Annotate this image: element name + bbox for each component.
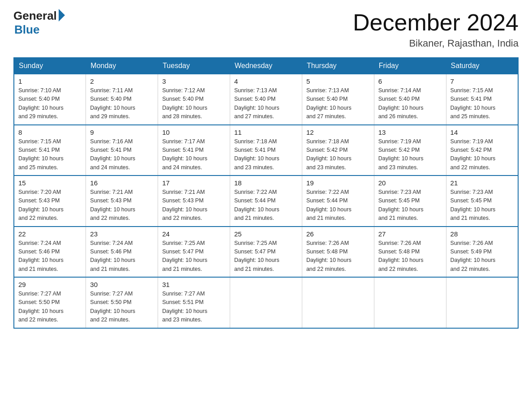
calendar-day-cell: 23 Sunrise: 7:24 AM Sunset: 5:46 PM Dayl… [86,227,158,278]
day-number: 25 [234,230,298,238]
sunrise-label: Sunrise: 7:24 AM [90,240,133,246]
sunrise-label: Sunrise: 7:18 AM [306,138,349,145]
day-info: Sunrise: 7:21 AM Sunset: 5:43 PM Dayligh… [162,188,226,223]
daylight-label: Daylight: 10 hoursand 22 minutes. [162,206,207,221]
sunrise-label: Sunrise: 7:26 AM [378,240,421,246]
day-info: Sunrise: 7:20 AM Sunset: 5:43 PM Dayligh… [18,188,82,223]
calendar-day-cell: 20 Sunrise: 7:23 AM Sunset: 5:45 PM Dayl… [374,176,446,227]
day-number: 27 [378,230,442,238]
day-of-week-header: Monday [86,58,158,74]
day-info: Sunrise: 7:22 AM Sunset: 5:44 PM Dayligh… [234,188,298,223]
logo-arrow-icon [59,9,65,21]
calendar-header-row: SundayMondayTuesdayWednesdayThursdayFrid… [14,58,518,74]
calendar-day-cell: 9 Sunrise: 7:16 AM Sunset: 5:41 PM Dayli… [86,125,158,176]
sunrise-label: Sunrise: 7:22 AM [234,189,277,195]
calendar-day-cell: 16 Sunrise: 7:21 AM Sunset: 5:43 PM Dayl… [86,176,158,227]
calendar-day-cell [374,277,446,328]
sunrise-label: Sunrise: 7:19 AM [378,138,421,145]
day-info: Sunrise: 7:22 AM Sunset: 5:44 PM Dayligh… [306,188,370,223]
day-info: Sunrise: 7:10 AM Sunset: 5:40 PM Dayligh… [18,86,82,121]
calendar-day-cell [302,277,374,328]
sunrise-label: Sunrise: 7:13 AM [234,87,277,94]
sunrise-label: Sunrise: 7:16 AM [90,138,133,145]
day-info: Sunrise: 7:23 AM Sunset: 5:45 PM Dayligh… [378,188,442,223]
calendar-day-cell: 11 Sunrise: 7:18 AM Sunset: 5:41 PM Dayl… [230,125,302,176]
calendar-week-row: 22 Sunrise: 7:24 AM Sunset: 5:46 PM Dayl… [14,227,518,278]
daylight-label: Daylight: 10 hoursand 28 minutes. [162,105,207,120]
daylight-label: Daylight: 10 hoursand 22 minutes. [306,257,352,272]
calendar-day-cell: 26 Sunrise: 7:26 AM Sunset: 5:48 PM Dayl… [302,227,374,278]
day-number: 9 [90,128,154,136]
day-number: 18 [234,179,298,187]
sunrise-label: Sunrise: 7:21 AM [90,189,133,195]
daylight-label: Daylight: 10 hoursand 26 minutes. [378,105,424,120]
calendar-day-cell: 14 Sunrise: 7:19 AM Sunset: 5:42 PM Dayl… [446,125,518,176]
sunset-label: Sunset: 5:46 PM [18,248,60,255]
sunset-label: Sunset: 5:41 PM [162,147,203,153]
day-of-week-header: Tuesday [158,58,230,74]
sunset-label: Sunset: 5:40 PM [162,96,203,102]
day-of-week-header: Friday [374,58,446,74]
calendar-day-cell: 4 Sunrise: 7:13 AM Sunset: 5:40 PM Dayli… [230,74,302,125]
day-number: 8 [18,128,82,136]
calendar-day-cell: 21 Sunrise: 7:23 AM Sunset: 5:45 PM Dayl… [446,176,518,227]
daylight-label: Daylight: 10 hoursand 21 minutes. [90,257,135,272]
sunrise-label: Sunrise: 7:17 AM [162,138,205,145]
sunset-label: Sunset: 5:43 PM [90,197,131,204]
day-info: Sunrise: 7:18 AM Sunset: 5:41 PM Dayligh… [234,137,298,172]
calendar-day-cell: 12 Sunrise: 7:18 AM Sunset: 5:42 PM Dayl… [302,125,374,176]
day-info: Sunrise: 7:15 AM Sunset: 5:41 PM Dayligh… [18,137,82,172]
day-number: 14 [450,128,514,136]
daylight-label: Daylight: 10 hoursand 22 minutes. [90,206,135,221]
calendar-table: SundayMondayTuesdayWednesdayThursdayFrid… [13,57,519,329]
sunrise-label: Sunrise: 7:27 AM [18,291,61,297]
logo-blue-text: Blue [14,23,39,37]
calendar-week-row: 1 Sunrise: 7:10 AM Sunset: 5:40 PM Dayli… [14,74,518,125]
day-number: 20 [378,179,442,187]
sunrise-label: Sunrise: 7:25 AM [234,240,277,246]
logo-general-text: General [13,9,57,23]
day-info: Sunrise: 7:26 AM Sunset: 5:49 PM Dayligh… [450,239,514,274]
calendar-day-cell: 3 Sunrise: 7:12 AM Sunset: 5:40 PM Dayli… [158,74,230,125]
sunset-label: Sunset: 5:48 PM [378,248,420,255]
calendar-day-cell: 30 Sunrise: 7:27 AM Sunset: 5:50 PM Dayl… [86,277,158,328]
day-info: Sunrise: 7:19 AM Sunset: 5:42 PM Dayligh… [378,137,442,172]
day-number: 3 [162,77,226,85]
daylight-label: Daylight: 10 hoursand 21 minutes. [162,257,207,272]
day-number: 13 [378,128,442,136]
day-info: Sunrise: 7:17 AM Sunset: 5:41 PM Dayligh… [162,137,226,172]
sunrise-label: Sunrise: 7:27 AM [162,291,205,297]
day-number: 6 [378,77,442,85]
day-number: 23 [90,230,154,238]
day-info: Sunrise: 7:11 AM Sunset: 5:40 PM Dayligh… [90,86,154,121]
day-number: 12 [306,128,370,136]
daylight-label: Daylight: 10 hoursand 23 minutes. [378,155,424,170]
day-info: Sunrise: 7:23 AM Sunset: 5:45 PM Dayligh… [450,188,514,223]
day-number: 22 [18,230,82,238]
calendar-day-cell [446,277,518,328]
page-header: General Blue December 2024 Bikaner, Raja… [13,9,519,49]
day-number: 17 [162,179,226,187]
sunrise-label: Sunrise: 7:11 AM [90,87,133,94]
day-info: Sunrise: 7:19 AM Sunset: 5:42 PM Dayligh… [450,137,514,172]
sunrise-label: Sunrise: 7:21 AM [162,189,205,195]
sunrise-label: Sunrise: 7:25 AM [162,240,205,246]
calendar-day-cell [230,277,302,328]
sunrise-label: Sunrise: 7:26 AM [450,240,493,246]
day-info: Sunrise: 7:27 AM Sunset: 5:50 PM Dayligh… [90,290,154,325]
sunset-label: Sunset: 5:49 PM [450,248,492,255]
daylight-label: Daylight: 10 hoursand 21 minutes. [306,206,352,221]
daylight-label: Daylight: 10 hoursand 27 minutes. [234,105,279,120]
sunrise-label: Sunrise: 7:22 AM [306,189,349,195]
sunset-label: Sunset: 5:50 PM [90,299,131,305]
sunrise-label: Sunrise: 7:19 AM [450,138,493,145]
calendar-day-cell: 22 Sunrise: 7:24 AM Sunset: 5:46 PM Dayl… [14,227,86,278]
day-number: 4 [234,77,298,85]
sunset-label: Sunset: 5:44 PM [234,197,275,204]
day-number: 29 [18,281,82,288]
sunrise-label: Sunrise: 7:20 AM [18,189,61,195]
daylight-label: Daylight: 10 hoursand 21 minutes. [450,206,496,221]
calendar-day-cell: 28 Sunrise: 7:26 AM Sunset: 5:49 PM Dayl… [446,227,518,278]
day-info: Sunrise: 7:15 AM Sunset: 5:41 PM Dayligh… [450,86,514,121]
calendar-day-cell: 24 Sunrise: 7:25 AM Sunset: 5:47 PM Dayl… [158,227,230,278]
